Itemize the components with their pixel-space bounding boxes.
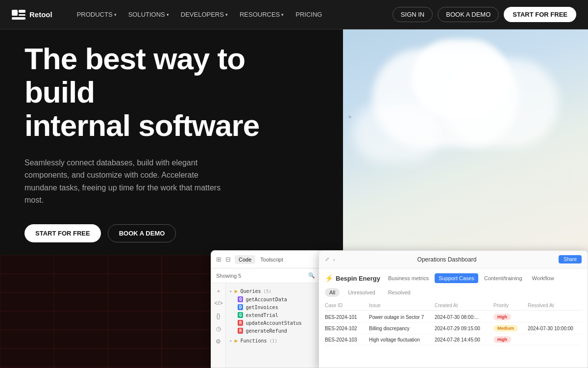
gear-icon[interactable]: ⚙ (215, 338, 222, 346)
queries-count: (5) (264, 289, 271, 294)
query-name: updateAccountStatus (245, 320, 301, 326)
grid-icon: ⊞ (216, 256, 221, 263)
query-name: getAccountData (245, 297, 287, 302)
map-icon: ⌖ (348, 113, 352, 121)
braces-icon[interactable]: {} (215, 313, 222, 320)
svg-rect-2 (19, 14, 25, 16)
ops-nav: Business metrics Support Cases Content/t… (384, 273, 582, 283)
query-type-icon: D (238, 304, 243, 310)
filter-unresolved[interactable]: Unresolved (343, 288, 380, 297)
chevron-down-icon: ▾ (167, 12, 169, 17)
ops-topbar: ⤢ › Operations Dashboard Share (319, 251, 588, 268)
showing-label: Showing 5 (216, 273, 241, 279)
priority-badge: High (493, 336, 511, 343)
svg-rect-3 (12, 17, 25, 20)
filter-tabs: All Unresolved Resolved (325, 288, 582, 297)
query-type-icon: R (238, 320, 243, 326)
dashboard-title: Operations Dashboard (339, 256, 555, 263)
hero-section: The best way to build internal software … (0, 29, 343, 255)
ops-body: ⚡ Bespin Energy Business metrics Support… (319, 268, 588, 350)
expand-arrow: ▸ (230, 339, 232, 343)
operations-dashboard: ⤢ › Operations Dashboard Share ⚡ Bespin … (318, 250, 588, 368)
lightning-icon: ⚡ (325, 274, 333, 282)
filter-resolved[interactable]: Resolved (384, 288, 415, 297)
start-free-nav-button[interactable]: START FOR FREE (504, 7, 576, 22)
svg-rect-1 (19, 10, 25, 13)
nav-developers[interactable]: DEVELOPERS ▾ (176, 8, 233, 21)
start-free-hero-button[interactable]: START FOR FREE (24, 224, 101, 242)
table-header: Case ID Issue Created At Priority Resolv… (325, 301, 582, 311)
query-name: generateRefund (245, 328, 287, 334)
priority-badge: High (493, 314, 511, 320)
folder-icon: ▶ (235, 288, 238, 294)
grid-strip (0, 255, 216, 368)
filter-all[interactable]: All (325, 288, 340, 297)
query-type-icon: R (238, 328, 243, 334)
tab-code[interactable]: Code (235, 255, 255, 264)
nav-content-training[interactable]: Content/training (480, 273, 526, 283)
plus-icon[interactable]: ＋ (215, 287, 222, 295)
query-type-icon: Q (238, 296, 243, 302)
logo-text: Retool (29, 10, 52, 19)
book-demo-hero-button[interactable]: BOOK A DEMO (108, 224, 176, 242)
hero-buttons: START FOR FREE BOOK A DEMO (24, 224, 318, 242)
editor-tabs: Code Toolscript (235, 255, 315, 264)
query-name: extendTrial (245, 313, 278, 318)
brand-name: Bespin Energy (336, 275, 380, 282)
hero-map: ⌖ (343, 29, 588, 255)
nav-actions: SIGN IN BOOK A DEMO START FOR FREE (392, 7, 576, 22)
hero-subtext: Seamlessly connect databases, build with… (24, 157, 230, 207)
retool-logo-icon (12, 10, 25, 20)
nav-products[interactable]: PRODUCTS ▾ (72, 8, 122, 21)
queries-label: Queries (240, 289, 261, 294)
grid-lines-svg (0, 255, 216, 368)
chevron-down-icon: ▾ (114, 12, 117, 17)
nav-workflow[interactable]: Workflow (528, 273, 558, 283)
svg-rect-0 (12, 10, 18, 16)
tab-toolscript[interactable]: Toolscript (256, 255, 287, 264)
share-button[interactable]: Share (559, 255, 582, 263)
book-demo-nav-button[interactable]: BOOK A DEMO (438, 7, 499, 22)
table-row[interactable]: BES-2024-103 High voltage fluctuation 20… (325, 334, 582, 345)
nav-resources[interactable]: RESOURCES ▾ (235, 8, 289, 21)
ops-header: ⚡ Bespin Energy Business metrics Support… (325, 273, 582, 283)
brand-logo: ⚡ Bespin Energy (325, 274, 380, 282)
nav-links: PRODUCTS ▾ SOLUTIONS ▾ DEVELOPERS ▾ RESO… (72, 8, 392, 21)
sidebar-icons: ＋ </> {} ◷ ⚙ (211, 283, 226, 368)
nav-pricing[interactable]: PRICING (291, 8, 327, 21)
navigation: Retool PRODUCTS ▾ SOLUTIONS ▾ DEVELOPERS… (0, 0, 588, 29)
functions-label: Functions (240, 338, 267, 343)
query-type-icon: G (238, 312, 243, 318)
forward-icon[interactable]: › (333, 257, 335, 263)
nav-solutions[interactable]: SOLUTIONS ▾ (123, 8, 174, 21)
logo: Retool (12, 10, 52, 20)
functions-count: (1) (270, 339, 277, 343)
priority-badge: Medium (493, 325, 518, 332)
nav-support-cases[interactable]: Support Cases (435, 273, 478, 283)
nav-business-metrics[interactable]: Business metrics (384, 273, 433, 283)
expand-icon[interactable]: ⤢ (325, 256, 329, 263)
query-name: getInvoices (245, 305, 278, 310)
layout-icon: ⊟ (225, 256, 231, 263)
chevron-down-icon: ▾ (225, 12, 228, 17)
folder-icon: ▶ (235, 338, 238, 344)
signin-button[interactable]: SIGN IN (392, 7, 433, 22)
code-icon[interactable]: </> (215, 300, 222, 308)
table-row[interactable]: BES-2024-102 Billing discrepancy 2024-07… (325, 323, 582, 334)
chevron-down-icon: ▾ (281, 12, 284, 17)
expand-arrow: ▸ (230, 289, 232, 293)
search-icon[interactable]: 🔍 (308, 272, 315, 279)
hero-headline: The best way to build internal software (24, 42, 318, 143)
history-icon[interactable]: ◷ (215, 325, 222, 333)
table-row[interactable]: BES-2024-101 Power outage in Sector 7 20… (325, 312, 582, 323)
